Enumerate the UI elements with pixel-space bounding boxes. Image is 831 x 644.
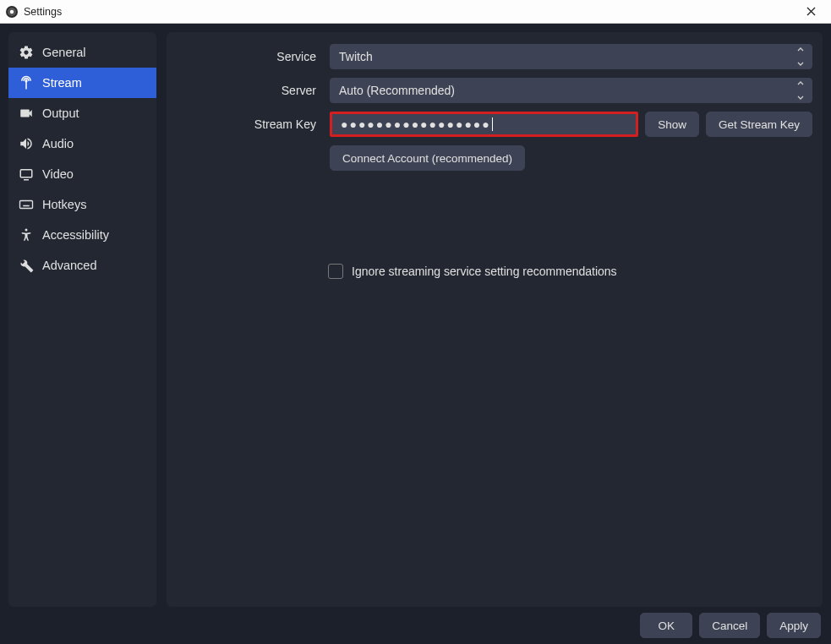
speaker-icon xyxy=(19,136,34,151)
service-value: Twitch xyxy=(339,50,373,63)
sidebar-item-label: Audio xyxy=(42,137,74,150)
get-stream-key-button[interactable]: Get Stream Key xyxy=(706,112,812,137)
server-select[interactable]: Auto (Recommended) xyxy=(330,78,812,103)
gear-icon xyxy=(19,45,34,60)
apply-button[interactable]: Apply xyxy=(767,613,821,638)
streamkey-value: ●●●●●●●●●●●●●●●●● xyxy=(341,117,491,131)
text-cursor xyxy=(492,117,493,131)
keyboard-icon xyxy=(19,197,34,212)
server-value: Auto (Recommended) xyxy=(339,84,455,97)
sidebar-item-stream[interactable]: Stream xyxy=(8,68,156,98)
sidebar-item-label: Stream xyxy=(42,76,82,90)
sidebar-item-hotkeys[interactable]: Hotkeys xyxy=(8,189,156,220)
show-button[interactable]: Show xyxy=(645,112,699,137)
footer: OK Cancel Apply xyxy=(0,607,831,644)
accessibility-icon xyxy=(19,227,34,243)
svg-rect-4 xyxy=(20,170,32,177)
svg-point-6 xyxy=(25,229,28,232)
main-panel: Service Twitch Server Auto (Recommended) xyxy=(167,32,823,607)
sidebar: General Stream Output Audio Video Hotkey… xyxy=(8,32,156,607)
cancel-button[interactable]: Cancel xyxy=(699,613,760,638)
spinner-icon xyxy=(793,47,808,66)
connect-account-button[interactable]: Connect Account (recommended) xyxy=(330,145,525,171)
sidebar-item-accessibility[interactable]: Accessibility xyxy=(8,220,156,250)
antenna-icon xyxy=(19,75,34,90)
streamkey-input[interactable]: ●●●●●●●●●●●●●●●●● xyxy=(330,112,638,137)
monitor-icon xyxy=(19,166,34,182)
svg-rect-5 xyxy=(20,201,33,209)
ok-button[interactable]: OK xyxy=(640,613,692,638)
spinner-icon xyxy=(793,81,808,100)
service-label: Service xyxy=(173,50,321,63)
sidebar-item-audio[interactable]: Audio xyxy=(8,128,156,159)
sidebar-item-video[interactable]: Video xyxy=(8,159,156,189)
sidebar-item-label: Hotkeys xyxy=(42,198,86,211)
sidebar-item-label: Advanced xyxy=(42,259,97,272)
svg-point-2 xyxy=(10,9,14,13)
ignore-recommendations-label: Ignore streaming service setting recomme… xyxy=(352,265,617,278)
tools-icon xyxy=(19,258,34,273)
window-title: Settings xyxy=(24,6,62,18)
close-button[interactable] xyxy=(795,3,826,21)
service-select[interactable]: Twitch xyxy=(330,44,812,69)
streamkey-label: Stream Key xyxy=(173,117,321,131)
sidebar-item-label: General xyxy=(42,46,86,59)
content-area: General Stream Output Audio Video Hotkey… xyxy=(0,24,831,607)
camera-icon xyxy=(19,106,34,121)
sidebar-item-general[interactable]: General xyxy=(8,37,156,68)
svg-point-3 xyxy=(25,80,27,82)
sidebar-item-label: Accessibility xyxy=(42,228,109,242)
app-icon xyxy=(5,5,19,19)
titlebar: Settings xyxy=(0,0,831,24)
sidebar-item-label: Output xyxy=(42,106,79,120)
ignore-recommendations-checkbox[interactable] xyxy=(328,264,343,279)
sidebar-item-output[interactable]: Output xyxy=(8,98,156,128)
sidebar-item-advanced[interactable]: Advanced xyxy=(8,250,156,281)
sidebar-item-label: Video xyxy=(42,167,74,181)
server-label: Server xyxy=(173,84,321,97)
